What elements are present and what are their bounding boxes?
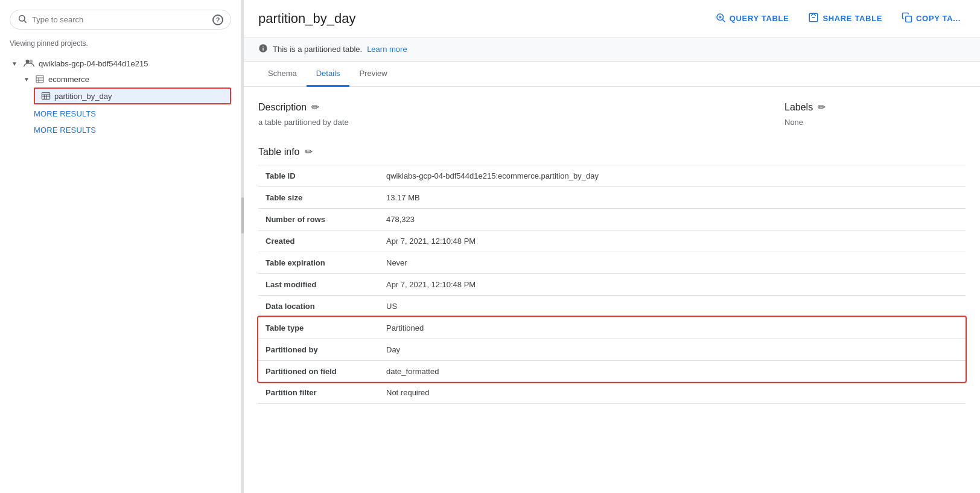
row-value: Apr 7, 2021, 12:10:48 PM xyxy=(379,231,966,252)
svg-rect-4 xyxy=(36,75,43,83)
row-value: 13.17 MB xyxy=(379,187,966,209)
content-area: Description ✏ a table partitioned by dat… xyxy=(244,87,980,493)
svg-rect-8 xyxy=(42,93,49,100)
table-info-section: Table info ✏ Table ID qwiklabs-gcp-04-bd… xyxy=(258,146,966,404)
search-icon xyxy=(18,14,27,25)
svg-line-1 xyxy=(24,21,27,23)
table-row: Data location US xyxy=(258,296,966,317)
row-key: Created xyxy=(258,231,379,252)
copy-table-icon xyxy=(902,12,912,25)
row-value: date_formatted xyxy=(379,361,966,383)
row-value: Partitioned xyxy=(379,317,966,339)
svg-line-14 xyxy=(722,19,725,22)
row-key: Data location xyxy=(258,296,379,317)
tab-details[interactable]: Details xyxy=(307,62,350,87)
copy-table-label: COPY TA... xyxy=(916,14,961,23)
labels-title-text: Labels xyxy=(784,102,813,113)
sidebar: ? Viewing pinned projects. ▼ qwiklabs-gc… xyxy=(0,0,241,493)
dataset-item[interactable]: ▼ ecommerce xyxy=(0,72,241,86)
copy-table-button[interactable]: COPY TA... xyxy=(897,8,966,28)
project-icon xyxy=(23,57,35,69)
learn-more-link[interactable]: Learn more xyxy=(367,45,407,54)
row-value: qwiklabs-gcp-04-bdf544d1e215:ecommerce.p… xyxy=(379,165,966,187)
table-item[interactable]: partition_by_day xyxy=(34,87,231,104)
table-row: Table ID qwiklabs-gcp-04-bdf544d1e215:ec… xyxy=(258,165,966,187)
table-info-edit-icon[interactable]: ✏ xyxy=(305,146,313,157)
info-banner: This is a partitioned table. Learn more xyxy=(244,37,980,62)
tab-preview[interactable]: Preview xyxy=(349,62,396,87)
info-banner-text: This is a partitioned table. xyxy=(273,45,362,54)
row-key: Partition filter xyxy=(258,382,379,404)
row-value: US xyxy=(379,296,966,317)
row-key: Table size xyxy=(258,187,379,209)
info-table: Table ID qwiklabs-gcp-04-bdf544d1e215:ec… xyxy=(258,165,966,317)
svg-rect-19 xyxy=(906,16,912,22)
share-table-label: SHARE TABLE xyxy=(822,14,882,23)
table-row: Last modified Apr 7, 2021, 12:10:48 PM xyxy=(258,274,966,296)
labels-edit-icon[interactable]: ✏ xyxy=(818,101,826,113)
partition-table-row-type: Table type Partitioned xyxy=(258,317,966,339)
description-value: a table partitioned by date xyxy=(258,118,760,127)
dataset-label: ecommerce xyxy=(48,75,89,84)
table-row: Table expiration Never xyxy=(258,252,966,274)
row-key: Number of rows xyxy=(258,209,379,231)
project-arrow-icon: ▼ xyxy=(10,59,19,68)
page-title: partition_by_day xyxy=(258,11,355,27)
project-item[interactable]: ▼ qwiklabs-gcp-04-bdf544d1e215 xyxy=(0,55,241,72)
tabs-bar: Schema Details Preview xyxy=(244,62,980,87)
table-label: partition_by_day xyxy=(54,92,112,101)
svg-point-3 xyxy=(29,60,33,63)
tab-schema[interactable]: Schema xyxy=(258,62,307,87)
description-title-text: Description xyxy=(258,102,307,113)
query-table-label: QUERY TABLE xyxy=(730,14,789,23)
more-results-2[interactable]: MORE RESULTS xyxy=(0,122,241,138)
description-section: Description ✏ a table partitioned by dat… xyxy=(258,101,760,127)
row-key: Table ID xyxy=(258,165,379,187)
table-info-title-text: Table info xyxy=(258,147,300,157)
description-labels-row: Description ✏ a table partitioned by dat… xyxy=(258,101,966,127)
table-row: Number of rows 478,323 xyxy=(258,209,966,231)
svg-point-0 xyxy=(19,16,25,21)
svg-point-2 xyxy=(26,60,30,63)
help-icon[interactable]: ? xyxy=(212,14,223,25)
description-edit-icon[interactable]: ✏ xyxy=(311,101,319,113)
table-info-title: Table info ✏ xyxy=(258,146,966,157)
row-key: Partitioned by xyxy=(258,339,379,361)
partition-table-row-field: Partitioned on field date_formatted xyxy=(258,361,966,383)
search-container: ? xyxy=(10,10,231,30)
row-key: Table expiration xyxy=(258,252,379,274)
more-results-1[interactable]: MORE RESULTS xyxy=(0,106,241,122)
share-table-icon xyxy=(808,12,819,25)
dataset-arrow-icon: ▼ xyxy=(22,74,31,84)
row-key: Partitioned on field xyxy=(258,361,379,383)
labels-title: Labels ✏ xyxy=(784,101,966,113)
query-table-button[interactable]: QUERY TABLE xyxy=(710,8,794,28)
extra-info-table: Partition filter Not required xyxy=(258,381,966,404)
table-icon xyxy=(41,91,51,101)
query-table-icon xyxy=(715,12,726,25)
main-panel: partition_by_day QUERY TABLE xyxy=(244,0,980,493)
table-row: Created Apr 7, 2021, 12:10:48 PM xyxy=(258,231,966,252)
table-row: Table size 13.17 MB xyxy=(258,187,966,209)
row-value: Not required xyxy=(379,382,966,404)
info-icon xyxy=(258,43,268,55)
table-row-filter: Partition filter Not required xyxy=(258,382,966,404)
project-label: qwiklabs-gcp-04-bdf544d1e215 xyxy=(39,59,148,68)
header-actions: QUERY TABLE SHARE TABLE xyxy=(710,8,966,28)
row-value: Never xyxy=(379,252,966,274)
row-value: Day xyxy=(379,339,966,361)
share-table-button[interactable]: SHARE TABLE xyxy=(803,8,887,28)
partition-table-row-by: Partitioned by Day xyxy=(258,339,966,361)
main-header: partition_by_day QUERY TABLE xyxy=(244,0,980,37)
labels-value: None xyxy=(784,118,966,127)
row-value: 478,323 xyxy=(379,209,966,231)
search-input[interactable] xyxy=(32,15,208,24)
row-value: Apr 7, 2021, 12:10:48 PM xyxy=(379,274,966,296)
description-title: Description ✏ xyxy=(258,101,760,113)
viewing-pinned-text: Viewing pinned projects. xyxy=(0,39,241,55)
row-key: Table type xyxy=(258,317,379,339)
row-key: Last modified xyxy=(258,274,379,296)
labels-section: Labels ✏ None xyxy=(784,101,966,127)
dataset-icon xyxy=(35,74,45,84)
partition-info-table: Table type Partitioned Partitioned by Da… xyxy=(258,317,966,382)
